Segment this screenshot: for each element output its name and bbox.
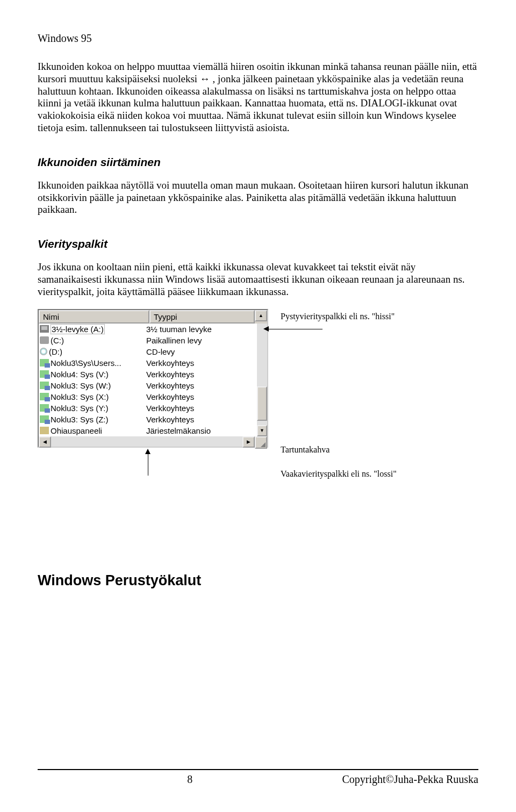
scrollbar-right-button[interactable]: ▶ [242,436,255,448]
list-item[interactable]: Noklu3\Sys\Users...Verkkoyhteys [39,357,257,369]
page-footer: 8 Copyright©Juha-Pekka Ruuska [38,765,478,786]
panel-icon [40,427,49,434]
list-item-name-cell: Noklu3: Sys (X:) [40,392,146,401]
net-icon [40,370,49,378]
list-item-type: Verkkoyhteys [146,381,239,390]
net-icon [40,382,49,389]
list-item-name-cell: Noklu3\Sys\Users... [40,358,146,368]
callout-line [269,329,322,329]
column-header-name[interactable]: Nimi [39,310,149,324]
list-item-name: (D:) [49,347,62,356]
horizontal-scrollbar-track[interactable] [51,436,242,447]
list-item[interactable]: (C:)Paikallinen levy [39,335,257,346]
list-item[interactable]: 3½-levyke (A:)3½ tuuman levyke [39,324,257,335]
horizontal-scrollbar[interactable]: ◀ ▶ [39,436,267,447]
floppy-icon [40,325,49,333]
footer-rule [38,769,478,770]
heading-windows-tools: Windows Perustyökalut [38,572,478,589]
cd-icon [40,348,47,355]
heading-move-windows: Ikkunoiden siirtäminen [38,156,478,169]
net-icon [40,404,49,412]
page-header: Windows 95 [38,32,478,45]
net-icon [40,415,49,423]
callout-resize-grip: Tartuntakahva [281,445,329,455]
hdd-icon [40,336,49,344]
callout-vertical-scrollbar: Pystyvierityspalkki eli ns. "hissi" [281,312,395,321]
paragraph-resize: Ikkunoiden kokoa on helppo muuttaa viemä… [38,61,478,134]
list-item-name-cell: Noklu3: Sys (W:) [40,381,146,390]
scrollbar-down-button[interactable]: ▼ [257,425,267,436]
list-item-name-cell: Noklu3: Sys (Y:) [40,404,146,413]
screenshot-figure: Nimi Tyyppi ▲ 3½-levyke (A:)3½ tuuman le… [38,309,478,492]
copyright-text: Copyright©Juha-Pekka Ruuska [342,773,478,786]
list-item-name-cell: Ohiauspaneeli [40,426,146,435]
list-item-name-cell: (D:) [40,347,146,356]
list-item-name-cell: Noklu4: Sys (V:) [40,370,146,379]
list-item-name: Noklu3\Sys\Users... [51,358,121,368]
list-item-name: (C:) [51,336,64,345]
list-item-name: Noklu3: Sys (X:) [51,392,109,401]
heading-scrollbars: Vierityspalkit [38,238,478,250]
list-item-name-cell: 3½-levyke (A:) [40,324,146,334]
listview-header-row: Nimi Tyyppi ▲ [39,310,267,324]
list-item[interactable]: Noklu3: Sys (X:)Verkkoyhteys [39,391,257,403]
list-item-name: Noklu4: Sys (V:) [51,370,109,379]
list-item[interactable]: Noklu3: Sys (Y:)Verkkoyhteys [39,403,257,414]
list-item[interactable]: (D:)CD-levy [39,346,257,357]
column-header-type[interactable]: Tyyppi [149,310,255,324]
arrow-icon [263,326,269,332]
listview: Nimi Tyyppi ▲ 3½-levyke (A:)3½ tuuman le… [38,309,268,448]
scrollbar-left-button[interactable]: ◀ [39,436,51,448]
net-icon [40,359,49,367]
list-item-name-cell: (C:) [40,336,146,345]
list-item-name: Ohiauspaneeli [51,426,102,435]
list-item-name: Noklu3: Sys (W:) [51,381,111,390]
list-item[interactable]: OhiauspaneeliJäriestelmäkansio [39,425,257,436]
list-item-name-cell: Noklu3: Sys (Z:) [40,415,146,424]
paragraph-move: Ikkunoiden paikkaa näytöllä voi muutella… [38,179,478,216]
list-item-name: Noklu3: Sys (Y:) [51,404,109,413]
list-item-type: Järiestelmäkansio [146,426,239,435]
list-item-type: Verkkoyhteys [146,415,239,424]
vertical-scrollbar-track[interactable] [257,324,267,425]
resize-grip-icon[interactable] [255,436,267,449]
listview-body: 3½-levyke (A:)3½ tuuman levyke(C:)Paikal… [39,324,257,436]
page-number: 8 [187,773,192,786]
scrollbar-up-button[interactable]: ▲ [255,310,267,321]
list-item-type: CD-levy [146,347,239,356]
list-item-type: Paikallinen levy [146,336,239,345]
paragraph-scrollbars: Jos ikkuna on kooltaan niin pieni, että … [38,261,478,298]
list-item-name: 3½-levyke (A:) [51,324,105,334]
vertical-scrollbar[interactable]: ▼ [257,324,267,436]
net-icon [40,393,49,400]
callout-line [148,454,148,476]
list-item-type: Verkkoyhteys [146,358,239,368]
callout-horizontal-scrollbar: Vaakavierityspalkki eli ns. "lossi" [281,469,397,479]
list-item-type: 3½ tuuman levyke [146,325,239,334]
list-item-type: Verkkoyhteys [146,370,239,379]
list-item-type: Verkkoyhteys [146,392,239,401]
arrow-icon [145,449,150,454]
list-item-type: Verkkoyhteys [146,404,239,413]
list-item[interactable]: Noklu3: Sys (W:)Verkkoyhteys [39,380,257,391]
list-item[interactable]: Noklu4: Sys (V:)Verkkoyhteys [39,369,257,380]
vertical-scrollbar-thumb[interactable] [257,386,267,421]
list-item[interactable]: Noklu3: Sys (Z:)Verkkoyhteys [39,414,257,425]
list-item-name: Noklu3: Sys (Z:) [51,415,109,424]
